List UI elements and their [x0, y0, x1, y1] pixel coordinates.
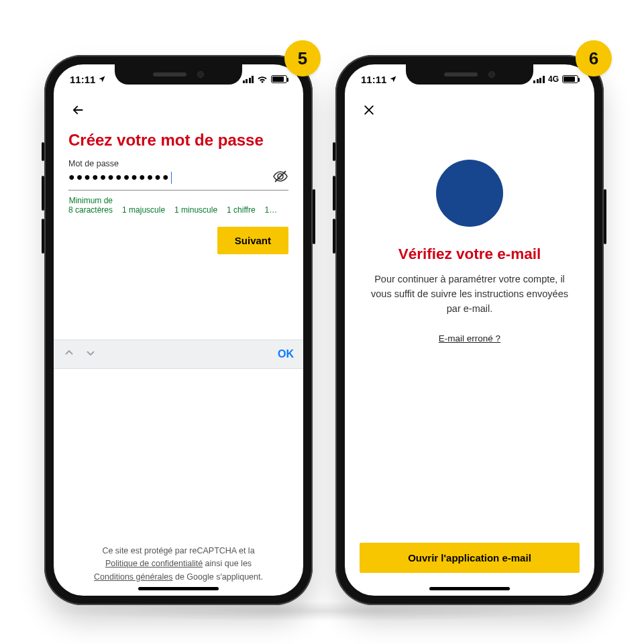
battery-icon	[562, 75, 578, 83]
toggle-visibility-icon[interactable]	[272, 168, 288, 187]
location-icon	[98, 75, 106, 83]
status-time: 11:11	[70, 74, 95, 85]
body-text: Pour continuer à paramétrer votre compte…	[360, 272, 580, 316]
power-button	[604, 189, 606, 244]
screen-content: Vérifiez votre e-mail Pour continuer à p…	[345, 94, 594, 596]
hero-circle-icon	[436, 160, 503, 227]
device-notch	[115, 64, 242, 85]
recaptcha-footer: Ce site est protégé par reCAPTCHA et la …	[54, 545, 303, 584]
phone-step-5: 5 11:11	[44, 55, 313, 605]
rule-lowercase: 1 minuscule	[174, 205, 217, 215]
close-button[interactable]	[360, 101, 378, 119]
wrong-email-link[interactable]: E-mail erroné ?	[360, 333, 580, 343]
step-badge-5: 5	[284, 40, 321, 76]
rule-lead-2: 8 caractères	[68, 205, 113, 215]
footer-text-1: Ce site est protégé par reCAPTCHA et la	[102, 546, 254, 555]
location-icon	[389, 75, 397, 83]
footer-text-2: ainsi que les	[203, 559, 252, 568]
volume-down-button	[333, 219, 335, 254]
keyboard-next-icon[interactable]	[85, 347, 97, 362]
cellular-signal-icon	[533, 76, 545, 83]
device-notch	[406, 64, 533, 85]
step-badge-6: 6	[576, 40, 612, 76]
network-label: 4G	[548, 74, 559, 84]
battery-icon	[271, 75, 287, 83]
next-button[interactable]: Suivant	[217, 227, 288, 254]
terms-link[interactable]: Conditions générales	[94, 572, 172, 582]
cellular-signal-icon	[243, 76, 254, 83]
keyboard-accessory: OK	[54, 339, 303, 369]
password-masked-value: ●●●●●●●●●●●●●	[68, 171, 272, 184]
mute-switch	[333, 142, 335, 161]
rule-more: 1…	[265, 205, 278, 215]
password-label: Mot de passe	[68, 159, 288, 168]
keyboard-done-button[interactable]: OK	[278, 348, 294, 360]
page-title: Vérifiez votre e-mail	[360, 246, 580, 263]
phone-step-6: 6 11:11 4G	[335, 55, 604, 605]
volume-up-button	[333, 176, 335, 211]
open-mail-button[interactable]: Ouvrir l'application e-mail	[360, 543, 580, 573]
status-time: 11:11	[361, 74, 386, 85]
password-field[interactable]: ●●●●●●●●●●●●●	[68, 168, 288, 191]
password-rules: Minimum de 8 caractères 1 majuscule 1 mi…	[68, 196, 288, 215]
volume-down-button	[42, 219, 44, 254]
mute-switch	[42, 142, 44, 161]
power-button	[313, 189, 315, 244]
back-button[interactable]	[68, 101, 87, 119]
rule-uppercase: 1 majuscule	[122, 205, 165, 215]
volume-up-button	[42, 176, 44, 211]
rule-digit: 1 chiffre	[227, 205, 255, 215]
keyboard-prev-icon[interactable]	[63, 347, 75, 362]
page-title: Créez votre mot de passe	[68, 131, 288, 150]
wifi-icon	[257, 75, 268, 83]
rule-lead-1: Minimum de	[69, 196, 113, 205]
footer-text-3: de Google s'appliquent.	[173, 572, 263, 582]
privacy-policy-link[interactable]: Politique de confidentialité	[105, 559, 203, 568]
